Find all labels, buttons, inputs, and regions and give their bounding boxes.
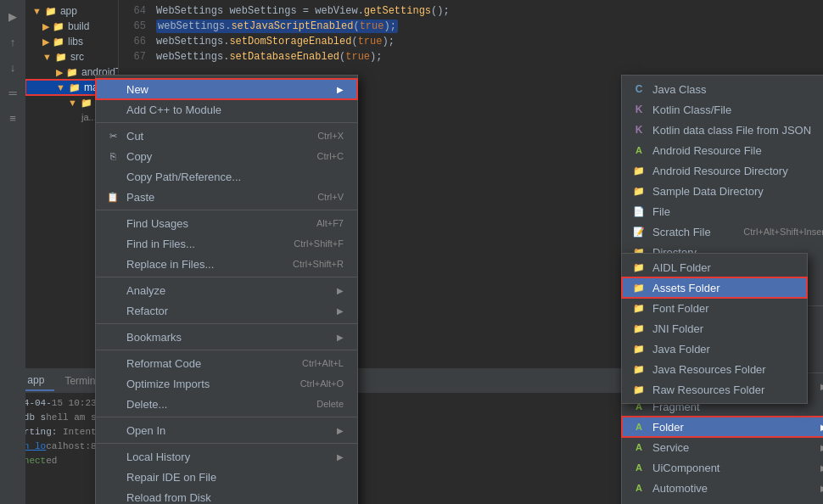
sample-icon: 📁 [632,184,646,198]
menu-item-optimize[interactable]: Optimize Imports Ctrl+Alt+O [96,373,357,394]
menu-item-label: Java Resources Folder [652,363,766,376]
line-number: 67 [126,49,146,64]
android-icon: A [632,143,646,157]
up-icon[interactable]: ↑ [3,32,22,51]
folder-arrow-icon: ▼ [32,6,42,16]
menu-item-find-files[interactable]: Find in Files... Ctrl+Shift+F [96,233,357,254]
submenu-arrow: ▶ [337,333,344,342]
menu-item-reload[interactable]: Reload from Disk [96,487,357,504]
code-line-66: 66 webSettings.setDomStorageEnabled(true… [126,34,816,49]
menu-item-label: Optimize Imports [126,378,210,390]
find-files-icon [106,237,120,250]
folder-item-font[interactable]: 📁 Font Folder [622,298,807,318]
menu-item-paste[interactable]: 📋 Paste Ctrl+V [96,187,357,207]
menu-item-label: Java Class [652,83,707,96]
menu-item-delete[interactable]: Delete... Delete [96,394,357,414]
reformat-icon [106,356,120,370]
menu-item-label: Assets Folder [652,282,719,294]
shortcut-label: Ctrl+C [317,151,344,161]
submenu-item-automotive[interactable]: A Automotive ▶ [622,478,823,498]
menu-item-repair[interactable]: Repair IDE on File [96,467,357,487]
tree-item-libs[interactable]: ▶ 📁 libs [25,34,118,49]
menu-item-label: Reformat Code [126,357,201,370]
menu-item-new[interactable]: New ▶ [96,79,357,99]
menu-item-bookmarks[interactable]: Bookmarks ▶ [96,327,357,347]
code-content: webSettings.setDatabaseEnabled(true); [156,49,382,64]
submenu-item-ui[interactable]: A UiComponent ▶ [622,457,823,478]
submenu-arrow: ▶ [337,426,344,435]
menu-item-copy-path[interactable]: Copy Path/Reference... [96,166,357,187]
folder-item-java[interactable]: 📁 Java Folder [622,339,807,359]
submenu-item-kotlin-class[interactable]: K Kotlin Class/File [622,99,823,120]
code-line-64: 64 WebSettings webSettings = webView.get… [126,3,816,19]
menu-item-local-history[interactable]: Local History ▶ [96,446,357,467]
menu-icon[interactable]: ≡ [3,109,22,127]
menu-item-open-in[interactable]: Open In ▶ [96,420,357,440]
menu-item-label: Scratch File [652,226,711,238]
folder-icon: 📁 [69,82,81,93]
shortcut-label: Delete [316,399,344,409]
submenu-item-java-class[interactable]: C Java Class [622,79,823,99]
run-icon[interactable]: ▶ [3,7,22,25]
line-number: 66 [126,34,146,49]
tree-item-label: app [60,5,77,17]
folder-item-jni[interactable]: 📁 JNI Folder [622,318,807,339]
menu-item-label: Find Usages [126,217,188,230]
menu-item-cut[interactable]: ✂ Cut Ctrl+X [96,126,357,146]
folder-icon: 📁 [632,164,646,177]
menu-item-label: AIDL Folder [652,261,711,274]
menu-item-refactor[interactable]: Refactor ▶ [96,300,357,321]
submenu-folder: 📁 AIDL Folder 📁 Assets Folder 📁 Font Fol… [621,253,808,404]
submenu-item-android-resource[interactable]: A Android Resource File [622,140,823,160]
tree-item-build[interactable]: ▶ 📁 build [25,19,118,34]
submenu-item-xml[interactable]: A XML ▶ [622,498,823,504]
tree-item-app[interactable]: ▼ 📁 app [25,3,118,19]
raw-resources-icon: 📁 [632,383,646,396]
optimize-icon [106,377,120,390]
menu-item-label: Cut [126,130,143,143]
menu-item-replace[interactable]: Replace in Files... Ctrl+Shift+R [96,254,357,274]
menu-item-find-usages[interactable]: Find Usages Alt+F7 [96,213,357,233]
folder-icon: 📁 [53,36,64,48]
submenu-item-scratch[interactable]: 📝 Scratch File Ctrl+Alt+Shift+Insert [622,221,823,242]
folder-arrow-icon: ▼ [56,82,65,92]
submenu-arrow: ▶ [337,85,344,94]
down-icon[interactable]: ↓ [3,58,22,76]
menu-item-label: Android Resource File [652,144,762,157]
refactor-icon [106,304,120,317]
menu-item-reformat[interactable]: Reformat Code Ctrl+Alt+L [96,353,357,373]
menu-item-label: Android Resource Directory [652,165,788,177]
tree-item-src[interactable]: ▼ 📁 src [25,49,118,64]
repair-icon [106,470,120,484]
menu-item-label: New [126,83,148,96]
bookmarks-icon [106,330,120,344]
menu-separator [96,443,357,444]
folder-arrow-icon: ▼ [42,52,52,62]
menu-item-add-cpp[interactable]: Add C++ to Module [96,99,357,120]
menu-item-label: Local History [126,451,190,463]
folder-item-java-resources[interactable]: 📁 Java Resources Folder [622,359,807,379]
submenu-item-kotlin-data[interactable]: K Kotlin data class File from JSON [622,120,823,140]
submenu-item-sample-data[interactable]: 📁 Sample Data Directory [622,181,823,201]
shortcut-label: Ctrl+Alt+Shift+Insert [743,227,823,237]
aidl-folder-icon: 📁 [632,260,646,274]
menu-item-label: Copy Path/Reference... [126,171,241,183]
folder-icon: 📁 [81,98,92,109]
submenu-item-service[interactable]: A Service ▶ [622,437,823,457]
shortcut-label: Alt+F7 [316,218,344,228]
menu-item-analyze[interactable]: Analyze ▶ [96,280,357,300]
folder-item-aidl[interactable]: 📁 AIDL Folder [622,257,807,277]
submenu-item-file[interactable]: 📄 File [622,201,823,221]
menu-item-label: Replace in Files... [126,258,214,271]
menu-item-copy[interactable]: ⎘ Copy Ctrl+C [96,146,357,166]
submenu-item-android-resource-dir[interactable]: 📁 Android Resource Directory [622,160,823,181]
submenu-item-folder[interactable]: A Folder ▶ [622,417,823,437]
terminal-icon[interactable]: ═ [3,83,22,102]
folder-item-assets[interactable]: 📁 Assets Folder [622,277,807,298]
menu-item-label: File [652,205,670,218]
menu-item-label: Font Folder [652,302,708,315]
folder-item-raw[interactable]: 📁 Raw Resources Folder [622,379,807,400]
menu-item-label: Find in Files... [126,238,195,250]
shortcut-label: Ctrl+Alt+O [300,378,344,389]
menu-item-label: Raw Resources Folder [652,384,764,396]
